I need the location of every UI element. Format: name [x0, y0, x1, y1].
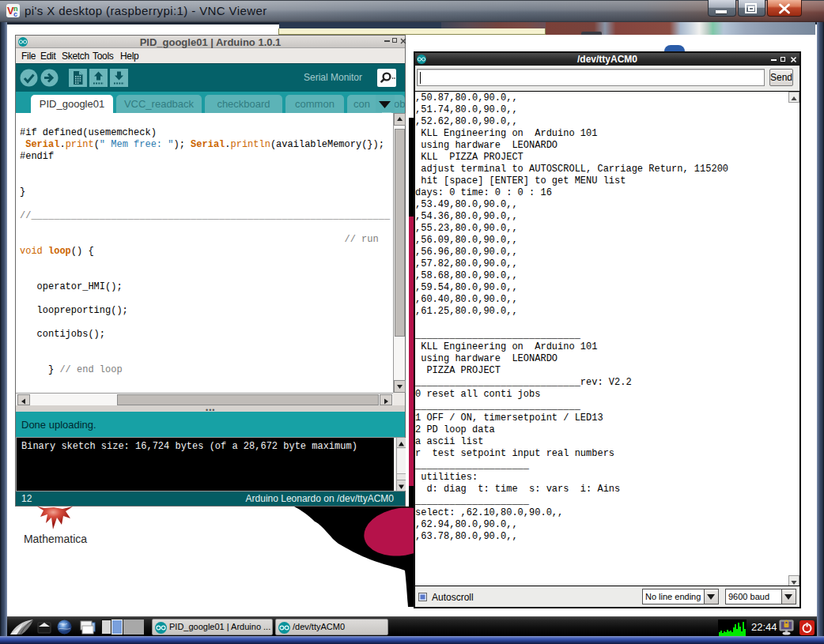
- svg-text:c: c: [13, 10, 17, 17]
